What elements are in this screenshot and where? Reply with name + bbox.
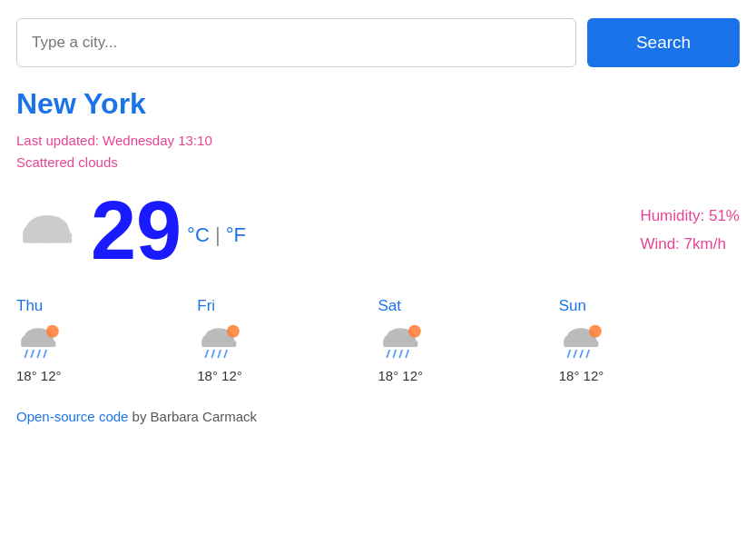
unit-pipe: |: [215, 223, 226, 246]
forecast-rain-icon: [378, 322, 426, 361]
forecast-day-sun: Sun 18° 12°: [559, 297, 740, 383]
city-search-input[interactable]: [16, 18, 576, 67]
svg-point-8: [46, 325, 59, 338]
svg-line-29: [399, 351, 402, 358]
svg-point-26: [407, 325, 420, 338]
forecast-row: Thu 18° 12° Fri: [16, 297, 740, 383]
main-weather-row: 29 °C | °F Humidity: 51% Wind: 7km/h: [16, 190, 740, 272]
open-source-link[interactable]: Open-source code: [16, 409, 128, 424]
forecast-temps: 18° 12°: [197, 368, 242, 383]
svg-line-18: [206, 351, 209, 358]
cloud-icon: [16, 203, 82, 258]
day-label: Thu: [16, 297, 43, 315]
svg-rect-34: [564, 341, 598, 347]
temperature-display: 29: [91, 190, 182, 272]
forecast-temps: 18° 12°: [16, 368, 62, 383]
svg-point-35: [589, 325, 602, 338]
svg-point-17: [227, 325, 240, 338]
forecast-rain-icon: [16, 322, 64, 361]
day-label: Fri: [197, 297, 215, 315]
svg-line-21: [225, 351, 228, 358]
day-label: Sat: [378, 297, 402, 315]
weather-description: Scattered clouds: [16, 152, 740, 173]
svg-line-19: [212, 351, 215, 358]
day-label: Sun: [559, 297, 586, 315]
forecast-rain-icon: [559, 322, 606, 361]
svg-line-28: [393, 351, 396, 358]
search-button[interactable]: Search: [587, 18, 740, 67]
svg-line-10: [31, 351, 34, 358]
svg-rect-16: [201, 341, 236, 347]
forecast-temps: 18° 12°: [378, 368, 424, 383]
forecast-rain-icon: [197, 322, 244, 361]
svg-line-38: [580, 351, 583, 358]
svg-rect-25: [383, 341, 417, 347]
svg-rect-3: [23, 233, 72, 243]
svg-line-36: [567, 351, 570, 358]
svg-line-39: [586, 351, 589, 358]
svg-line-37: [574, 351, 576, 358]
svg-line-11: [37, 351, 40, 358]
svg-rect-7: [21, 341, 55, 347]
last-updated: Last updated: Wednesday 13:10: [16, 130, 740, 152]
search-row: Search: [16, 18, 740, 67]
forecast-day-thu: Thu 18° 12°: [16, 297, 197, 383]
svg-line-20: [219, 351, 221, 358]
svg-line-27: [387, 351, 389, 358]
forecast-temps: 18° 12°: [559, 368, 604, 383]
footer-suffix: by Barbara Carmack: [128, 409, 257, 424]
forecast-day-fri: Fri 18° 12°: [197, 297, 378, 383]
forecast-day-sat: Sat 18° 12°: [378, 297, 559, 383]
svg-line-12: [44, 351, 46, 358]
fahrenheit-unit[interactable]: °F: [226, 223, 246, 246]
svg-line-9: [25, 351, 28, 358]
svg-line-30: [406, 351, 408, 358]
wind-label: Wind: 7km/h: [640, 231, 740, 259]
temperature-units: °C | °F: [187, 223, 246, 247]
humidity-wind-panel: Humidity: 51% Wind: 7km/h: [640, 203, 740, 258]
city-name: New York: [16, 87, 740, 121]
weather-meta: Last updated: Wednesday 13:10 Scattered …: [16, 130, 740, 173]
celsius-unit[interactable]: °C: [187, 223, 210, 246]
footer: Open-source code by Barbara Carmack: [16, 409, 740, 424]
humidity-label: Humidity: 51%: [640, 203, 740, 231]
